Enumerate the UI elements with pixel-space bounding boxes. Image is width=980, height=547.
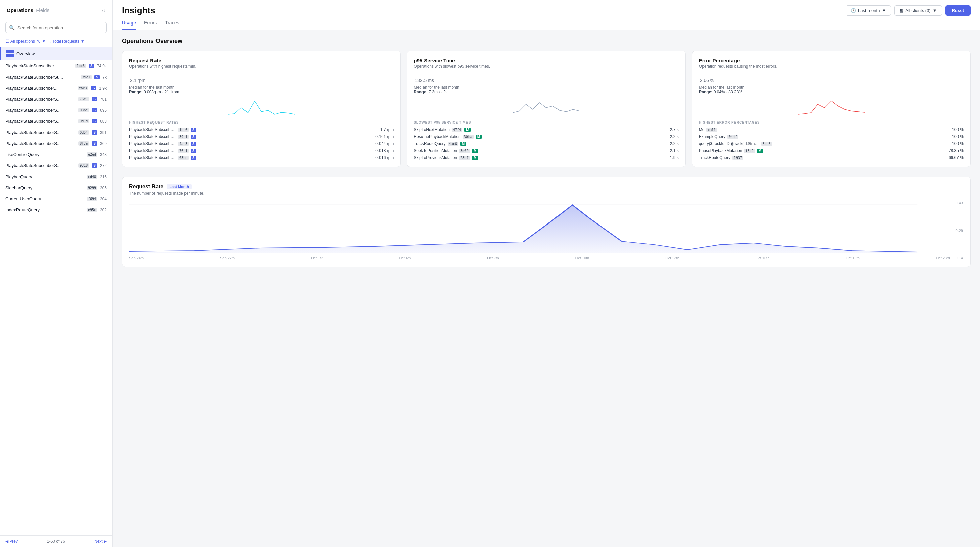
item-hash: e95c — [87, 208, 97, 212]
item-type: S — [92, 108, 97, 113]
filter-icon: ☷ — [5, 39, 9, 44]
y-label: 0.43 — [956, 201, 963, 205]
row-name: Me — [699, 127, 705, 132]
x-label: Oct 10th — [575, 256, 589, 260]
list-item[interactable]: PlaybackStateSubscriberS... 0d54 S 391 — [0, 127, 112, 138]
tab-errors[interactable]: Errors — [144, 16, 157, 30]
tab-operations[interactable]: Operations — [7, 6, 33, 14]
rate-chart-badge: Last Month — [167, 184, 192, 189]
row-type: M — [472, 156, 478, 160]
item-count: 74.9k — [97, 64, 107, 68]
row-value: 100 % — [952, 141, 964, 146]
table-row: Me call 100 % — [699, 127, 964, 132]
main-chart — [129, 201, 950, 255]
p95-metric: 132.5ms — [414, 73, 678, 84]
clock-icon: 🕑 — [851, 8, 856, 13]
client-filter-button[interactable]: ▩ All clients (3) ▼ — [894, 5, 942, 16]
all-operations-filter[interactable]: ☷ All operations 76 ▼ — [5, 39, 46, 44]
table-row: PlaybackStateSubscriber... fac3 S 0.044 … — [129, 141, 394, 146]
list-item[interactable]: PlaybackStateSubscriberS... 8f7a S 369 — [0, 138, 112, 149]
y-label: 0.29 — [956, 228, 963, 233]
prev-button[interactable]: ◀ Prev — [5, 539, 18, 544]
header-controls: 🕑 Last month ▼ ▩ All clients (3) ▼ Reset — [846, 5, 970, 16]
row-type: M — [476, 135, 482, 139]
list-item[interactable]: PlaybackStateSubscriber... 1bc6 S 74.9k — [0, 60, 112, 71]
list-item[interactable]: CurrentUserQuery f694 204 — [0, 193, 112, 205]
time-filter-label: Last month — [858, 8, 880, 13]
x-label: Sep 24th — [129, 256, 144, 260]
list-item[interactable]: LikeControlQuery e2ed 348 — [0, 149, 112, 160]
search-box: 🔍 — [5, 22, 107, 33]
row-type: M — [472, 149, 478, 153]
item-count: 202 — [100, 208, 107, 212]
tab-fields[interactable]: Fields — [36, 6, 49, 14]
row-name: PlaybackStateSubscriber... — [129, 141, 176, 146]
list-item[interactable]: SidebarQuery 9299 205 — [0, 182, 112, 193]
item-count: 1.9k — [99, 86, 107, 90]
item-count: 7k — [102, 75, 107, 79]
collapse-sidebar-button[interactable]: ‹‹ — [102, 7, 105, 13]
list-item[interactable]: PlaybarQuery cd48 216 — [0, 171, 112, 182]
list-item[interactable]: PlaybackStateSubscriberSu... 39c1 S 7k — [0, 71, 112, 82]
row-value: 78.35 % — [949, 148, 964, 153]
item-name: LikeControlQuery — [5, 152, 83, 157]
item-hash: 76c1 — [78, 97, 89, 101]
request-rate-median: Median for the last month — [129, 85, 394, 90]
sidebar-item-overview[interactable]: Overview — [0, 47, 112, 60]
overview-label: Overview — [16, 51, 107, 56]
row-value: 2.7 s — [670, 127, 679, 132]
row-value: 100 % — [952, 134, 964, 139]
row-value: 1.9 s — [670, 155, 679, 160]
item-hash: 8f7a — [78, 141, 89, 146]
row-name: SeekToPositionMutation — [414, 148, 457, 153]
list-item[interactable]: IndexRouteQuery e95c 202 — [0, 205, 112, 216]
item-hash: 03be — [78, 108, 89, 113]
item-hash: fac3 — [78, 86, 88, 90]
request-rate-range: Range: 0.003rpm - 21.1rpm — [129, 90, 394, 94]
p95-range: Range: 7.3ms - 2s — [414, 90, 678, 94]
next-button[interactable]: Next ▶ — [94, 539, 107, 544]
rate-chart-subtitle: The number of requests made per minute. — [129, 191, 964, 196]
row-hash: 1937 — [732, 156, 743, 160]
row-hash: 76c1 — [178, 149, 189, 153]
search-input[interactable] — [18, 25, 103, 30]
row-hash: 04df — [727, 135, 738, 139]
row-value: 0.018 rpm — [375, 148, 394, 153]
list-item[interactable]: PlaybackStateSubscriberS... 9d1d S 683 — [0, 116, 112, 127]
table-row: query($trackId:ID!){track(id:$track... 8… — [699, 141, 964, 146]
row-value: 0.161 rpm — [375, 134, 394, 139]
row-hash: 3d02 — [459, 149, 470, 153]
table-row: PlaybackStateSubscriber... 03be S 0.016 … — [129, 155, 394, 160]
clients-icon: ▩ — [899, 8, 904, 13]
item-count: 204 — [100, 197, 107, 201]
row-name: PlaybackStateSubscriberSu... — [129, 127, 176, 132]
item-hash: 0d54 — [78, 130, 89, 135]
table-row: PlaybackStateSubscriber... 76c1 S 0.018 … — [129, 148, 394, 153]
row-value: 100 % — [952, 127, 964, 132]
list-item[interactable]: PlaybackStateSubscriber... fac3 S 1.9k — [0, 82, 112, 94]
sort-icon: ↓ — [49, 39, 51, 44]
row-name: PlaybackStateSubscriber... — [129, 155, 176, 160]
item-hash: e2ed — [87, 152, 97, 157]
reset-button[interactable]: Reset — [945, 5, 970, 16]
table-row: PlaybackStateSubscriberSu... 1bc6 S 1.7 … — [129, 127, 394, 132]
time-filter-button[interactable]: 🕑 Last month ▼ — [846, 5, 891, 16]
error-median: Median for the last month — [699, 85, 964, 90]
row-hash: 30ba — [463, 135, 474, 139]
item-count: 369 — [100, 141, 107, 146]
table-row: SeekToPositionMutation 3d02 M 2.1 s — [414, 148, 678, 153]
item-count: 391 — [100, 130, 107, 135]
list-item[interactable]: PlaybackStateSubscriberS... 76c1 S 781 — [0, 94, 112, 105]
list-item[interactable]: PlaybackStateSubscriberS... 9318 S 272 — [0, 160, 112, 171]
sort-button[interactable]: ↓ Total Requests ▼ — [49, 39, 84, 44]
request-rate-subtitle: Operations with highest requests/min. — [129, 64, 394, 69]
item-name: IndexRouteQuery — [5, 208, 83, 212]
list-item[interactable]: PlaybackStateSubscriberS... 03be S 695 — [0, 105, 112, 116]
item-name: PlaybackStateSubscriberS... — [5, 163, 74, 168]
sort-label: Total Requests — [52, 39, 79, 44]
item-count: 216 — [100, 174, 107, 179]
tab-usage[interactable]: Usage — [122, 16, 136, 30]
chevron-down-icon: ▼ — [81, 39, 84, 44]
item-name: PlaybackStateSubscriberS... — [5, 97, 74, 101]
tab-traces[interactable]: Traces — [165, 16, 179, 30]
